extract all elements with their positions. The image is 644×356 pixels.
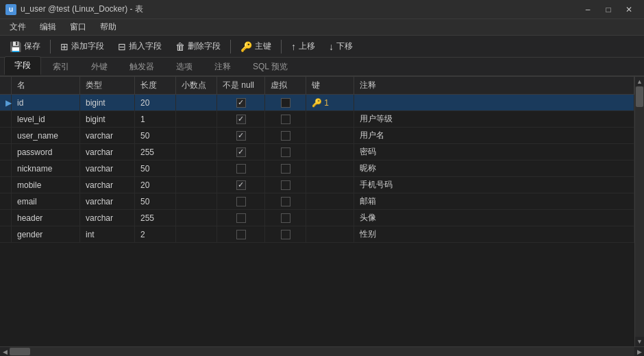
field-virtual[interactable] (265, 95, 306, 111)
field-decimal[interactable] (176, 177, 217, 193)
field-name[interactable]: header (12, 210, 80, 226)
field-type[interactable]: bigint (80, 111, 135, 128)
col-header-length: 长度 (135, 77, 176, 95)
row-indicator (0, 210, 12, 226)
field-type[interactable]: bigint (80, 95, 135, 111)
field-length[interactable]: 50 (135, 161, 176, 177)
scroll-right-button[interactable]: ▶ (634, 347, 644, 356)
field-name[interactable]: user_name (12, 128, 80, 144)
table-row[interactable]: passwordvarchar255密码 (0, 144, 634, 161)
field-name[interactable]: password (12, 144, 80, 161)
field-decimal[interactable] (176, 111, 217, 128)
field-name[interactable]: mobile (12, 177, 80, 193)
table-row[interactable]: mobilevarchar20手机号码 (0, 177, 634, 193)
tab-triggers[interactable]: 触发器 (119, 58, 164, 75)
field-notnull[interactable] (217, 177, 265, 193)
field-length[interactable]: 1 (135, 111, 176, 128)
table-row[interactable]: ▶idbigint20🔑 1 (0, 95, 634, 111)
field-type[interactable]: varchar (80, 161, 135, 177)
tab-sql-preview[interactable]: SQL 预览 (243, 58, 298, 75)
field-type[interactable]: varchar (80, 144, 135, 161)
tab-foreign-keys[interactable]: 外键 (81, 58, 118, 75)
field-notnull[interactable] (217, 95, 265, 111)
table-row[interactable]: genderint2性别 (0, 226, 634, 243)
field-virtual[interactable] (265, 144, 306, 161)
minimize-button[interactable]: – (578, 3, 597, 16)
add-field-button[interactable]: ⊞ 添加字段 (55, 38, 110, 56)
field-virtual[interactable] (265, 193, 306, 210)
menu-help[interactable]: 帮助 (93, 19, 123, 35)
menu-window[interactable]: 窗口 (63, 19, 93, 35)
field-notnull[interactable] (217, 161, 265, 177)
field-decimal[interactable] (176, 226, 217, 243)
h-scroll-thumb[interactable] (10, 348, 30, 355)
table-row[interactable]: headervarchar255头像 (0, 210, 634, 226)
field-length[interactable]: 255 (135, 210, 176, 226)
field-length[interactable]: 2 (135, 226, 176, 243)
menu-edit[interactable]: 编辑 (33, 19, 63, 35)
field-length[interactable]: 20 (135, 177, 176, 193)
field-virtual[interactable] (265, 226, 306, 243)
move-down-button[interactable]: ↓ 下移 (323, 38, 358, 56)
field-type[interactable]: varchar (80, 128, 135, 144)
h-scroll-track[interactable] (10, 347, 634, 356)
field-key (306, 210, 354, 226)
tab-fields[interactable]: 字段 (4, 56, 41, 75)
vertical-scrollbar[interactable]: ▲ ▼ (634, 77, 644, 346)
table-row[interactable]: emailvarchar50邮箱 (0, 193, 634, 210)
scroll-up-button[interactable]: ▲ (635, 77, 644, 86)
field-notnull[interactable] (217, 226, 265, 243)
close-button[interactable]: ✕ (619, 3, 639, 16)
col-header-comment: 注释 (354, 77, 634, 95)
field-virtual[interactable] (265, 111, 306, 128)
table-row[interactable]: user_namevarchar50用户名 (0, 128, 634, 144)
maximize-button[interactable]: □ (599, 3, 618, 16)
horizontal-scrollbar[interactable]: ◀ ▶ (0, 346, 644, 356)
scroll-thumb[interactable] (636, 86, 643, 107)
field-virtual[interactable] (265, 161, 306, 177)
field-virtual[interactable] (265, 210, 306, 226)
delete-field-button[interactable]: 🗑 删除字段 (170, 38, 226, 56)
field-length[interactable]: 50 (135, 128, 176, 144)
scroll-down-button[interactable]: ▼ (635, 337, 644, 346)
field-length[interactable]: 50 (135, 193, 176, 210)
field-notnull[interactable] (217, 210, 265, 226)
scroll-track[interactable] (635, 86, 644, 337)
field-type[interactable]: varchar (80, 210, 135, 226)
field-type[interactable]: int (80, 226, 135, 243)
field-decimal[interactable] (176, 128, 217, 144)
field-notnull[interactable] (217, 193, 265, 210)
field-decimal[interactable] (176, 95, 217, 111)
down-arrow-icon: ↓ (329, 41, 334, 52)
move-up-button[interactable]: ↑ 上移 (286, 38, 321, 56)
menu-file[interactable]: 文件 (3, 19, 33, 35)
tab-options[interactable]: 选项 (166, 58, 203, 75)
field-notnull[interactable] (217, 144, 265, 161)
field-decimal[interactable] (176, 161, 217, 177)
primary-key-button[interactable]: 🔑 主键 (235, 38, 277, 56)
table-row[interactable]: nicknamevarchar50昵称 (0, 161, 634, 177)
field-name[interactable]: level_id (12, 111, 80, 128)
field-notnull[interactable] (217, 128, 265, 144)
field-length[interactable]: 255 (135, 144, 176, 161)
table-scroll[interactable]: 名 类型 长度 小数点 不是 null 虚拟 键 注释 ▶idbigint20🔑… (0, 77, 644, 346)
field-decimal[interactable] (176, 193, 217, 210)
field-name[interactable]: nickname (12, 161, 80, 177)
field-type[interactable]: varchar (80, 193, 135, 210)
field-decimal[interactable] (176, 210, 217, 226)
field-name[interactable]: gender (12, 226, 80, 243)
scroll-left-button[interactable]: ◀ (0, 347, 10, 356)
tab-indexes[interactable]: 索引 (42, 58, 79, 75)
field-decimal[interactable] (176, 144, 217, 161)
field-type[interactable]: varchar (80, 177, 135, 193)
tab-comments[interactable]: 注释 (204, 58, 241, 75)
field-virtual[interactable] (265, 177, 306, 193)
save-button[interactable]: 💾 保存 (4, 38, 46, 56)
table-row[interactable]: level_idbigint1用户等级 (0, 111, 634, 128)
field-virtual[interactable] (265, 128, 306, 144)
field-notnull[interactable] (217, 111, 265, 128)
field-name[interactable]: email (12, 193, 80, 210)
field-length[interactable]: 20 (135, 95, 176, 111)
insert-field-button[interactable]: ⊟ 插入字段 (112, 38, 167, 56)
field-name[interactable]: id (12, 95, 80, 111)
